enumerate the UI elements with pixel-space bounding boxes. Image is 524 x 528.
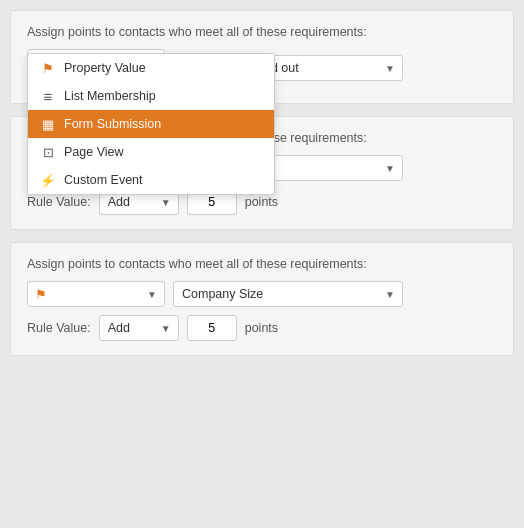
list-icon: ≡ (40, 89, 56, 103)
right-select-wrapper-3: Company Size ▼ (173, 281, 403, 307)
add-select-3[interactable]: Add (99, 315, 179, 341)
dropdown-item-property-value[interactable]: ⚑ Property Value (28, 54, 274, 82)
right-select-3[interactable]: Company Size (173, 281, 403, 307)
section-3: Assign points to contacts who meet all o… (10, 242, 514, 356)
flag-icon: ⚑ (40, 61, 56, 75)
left-select-3[interactable] (27, 281, 165, 307)
dropdown-menu-1: ⚑ Property Value ≡ List Membership ▦ For… (27, 53, 275, 195)
form-icon: ▦ (40, 117, 56, 131)
dropdown-item-label: List Membership (64, 89, 156, 103)
dropdown-item-label: Custom Event (64, 173, 143, 187)
section-3-title: Assign points to contacts who meet all o… (27, 257, 497, 271)
points-label-3: points (245, 321, 278, 335)
dropdown-item-label: Form Submission (64, 117, 161, 131)
dropdown-item-form-submission[interactable]: ▦ Form Submission (28, 110, 274, 138)
rule-label-3: Rule Value: (27, 321, 91, 335)
left-select-wrapper-3: ⚑ ▼ (27, 281, 165, 307)
add-select-wrapper-3: Add ▼ (99, 315, 179, 341)
dropdown-item-label: Property Value (64, 61, 146, 75)
dropdown-item-page-view[interactable]: ⊡ Page View (28, 138, 274, 166)
page-icon: ⊡ (40, 145, 56, 159)
dropdown-item-list-membership[interactable]: ≡ List Membership (28, 82, 274, 110)
section-3-selects-row: ⚑ ▼ Company Size ▼ (27, 281, 497, 307)
points-input-3[interactable]: 5 (187, 315, 237, 341)
dropdown-item-label: Page View (64, 145, 124, 159)
dropdown-item-custom-event[interactable]: ⚡ Custom Event (28, 166, 274, 194)
section-1-title: Assign points to contacts who meet all o… (27, 25, 497, 39)
points-label-2: points (245, 195, 278, 209)
rule-label-2: Rule Value: (27, 195, 91, 209)
section-3-rule-row: Rule Value: Add ▼ 5 points (27, 315, 497, 341)
section-1: Assign points to contacts who meet all o… (10, 10, 514, 104)
event-icon: ⚡ (40, 173, 56, 187)
